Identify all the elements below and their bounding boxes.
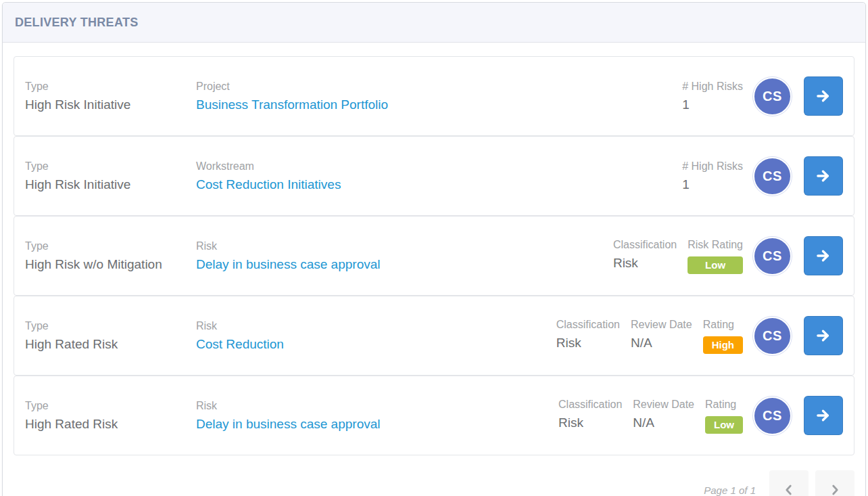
subject-link[interactable]: Cost Reduction Initiatives bbox=[196, 176, 682, 193]
metrics-group: ClassificationRiskReview DateN/ARatingLo… bbox=[558, 398, 743, 434]
type-label: Type bbox=[25, 80, 189, 93]
subject-label: Risk bbox=[196, 399, 558, 412]
metric-value: Risk bbox=[613, 254, 677, 271]
metric-column: ClassificationRisk bbox=[556, 318, 620, 351]
subject-column: Risk Cost Reduction bbox=[196, 319, 556, 353]
open-row-button[interactable] bbox=[804, 236, 843, 275]
rating-badge: Low bbox=[705, 416, 743, 434]
subject-column: Risk Delay in business case approval bbox=[196, 399, 558, 432]
arrow-right-icon bbox=[815, 327, 832, 344]
delivery-threats-panel: DELIVERY THREATS Type High Risk Initiati… bbox=[2, 2, 866, 496]
metric-column: ClassificationRisk bbox=[613, 238, 677, 271]
subject-label: Workstream bbox=[196, 160, 682, 173]
arrow-right-icon bbox=[815, 167, 832, 185]
metrics-group: # High Risks1 bbox=[682, 160, 743, 193]
type-label: Type bbox=[25, 399, 189, 412]
metric-value: Risk bbox=[556, 334, 620, 351]
metric-label: Classification bbox=[613, 238, 677, 251]
metric-column: ClassificationRisk bbox=[558, 398, 622, 431]
pagination-bar: Page 1 of 1 bbox=[14, 470, 854, 496]
subject-link[interactable]: Business Transformation Portfolio bbox=[196, 96, 682, 113]
metric-column: RatingLow bbox=[705, 398, 743, 434]
threat-row: Type High Risk Initiative Workstream Cos… bbox=[14, 136, 854, 216]
type-value: High Rated Risk bbox=[25, 415, 189, 432]
type-value: High Rated Risk bbox=[25, 336, 189, 353]
prev-page-button[interactable] bbox=[769, 470, 809, 496]
subject-column: Risk Delay in business case approval bbox=[196, 240, 613, 273]
subject-column: Workstream Cost Reduction Initiatives bbox=[196, 160, 682, 193]
metric-value: 1 bbox=[682, 96, 743, 113]
next-page-button[interactable] bbox=[815, 470, 854, 496]
metric-label: Classification bbox=[558, 398, 622, 411]
avatar-initials: CS bbox=[763, 168, 782, 184]
subject-link[interactable]: Delay in business case approval bbox=[196, 256, 613, 273]
metrics-group: ClassificationRiskRisk RatingLow bbox=[613, 238, 743, 274]
avatar[interactable]: CS bbox=[753, 77, 792, 116]
page-indicator: Page 1 of 1 bbox=[704, 484, 756, 496]
type-column: Type High Risk w/o Mitigation bbox=[25, 240, 196, 273]
open-row-button[interactable] bbox=[804, 316, 843, 355]
metric-label: Rating bbox=[705, 398, 743, 411]
metric-label: Classification bbox=[556, 318, 620, 331]
type-column: Type High Risk Initiative bbox=[25, 160, 196, 193]
metric-label: # High Risks bbox=[682, 160, 743, 173]
arrow-right-icon bbox=[815, 87, 832, 105]
metric-column: Risk RatingLow bbox=[688, 238, 743, 274]
metric-value: N/A bbox=[631, 334, 692, 351]
metrics-group: ClassificationRiskReview DateN/ARatingHi… bbox=[556, 318, 743, 354]
chevron-left-icon bbox=[781, 482, 796, 496]
metric-label: Risk Rating bbox=[688, 238, 743, 251]
threat-row: Type High Risk Initiative Project Busine… bbox=[14, 56, 854, 136]
type-value: High Risk w/o Mitigation bbox=[25, 256, 189, 273]
type-label: Type bbox=[25, 240, 189, 252]
subject-column: Project Business Transformation Portfoli… bbox=[196, 80, 682, 113]
metric-column: # High Risks1 bbox=[682, 160, 743, 193]
avatar[interactable]: CS bbox=[753, 397, 792, 435]
metric-column: Review DateN/A bbox=[633, 398, 694, 431]
metric-value: N/A bbox=[633, 414, 694, 431]
open-row-button[interactable] bbox=[804, 396, 843, 435]
avatar[interactable]: CS bbox=[753, 237, 792, 275]
metric-column: RatingHigh bbox=[703, 318, 743, 354]
threat-row: Type High Risk w/o Mitigation Risk Delay… bbox=[14, 216, 854, 296]
avatar[interactable]: CS bbox=[753, 317, 792, 355]
avatar-initials: CS bbox=[763, 328, 782, 344]
type-value: High Risk Initiative bbox=[25, 96, 189, 113]
metric-column: Review DateN/A bbox=[631, 318, 692, 351]
subject-label: Risk bbox=[196, 240, 613, 252]
type-label: Type bbox=[25, 160, 189, 173]
subject-label: Risk bbox=[196, 319, 556, 332]
threat-row: Type High Rated Risk Risk Delay in busin… bbox=[14, 376, 854, 455]
rating-badge: High bbox=[703, 336, 743, 354]
subject-link[interactable]: Delay in business case approval bbox=[196, 415, 558, 432]
panel-body: Type High Risk Initiative Project Busine… bbox=[3, 43, 865, 496]
type-column: Type High Rated Risk bbox=[25, 319, 196, 353]
avatar-initials: CS bbox=[763, 248, 782, 264]
avatar[interactable]: CS bbox=[753, 157, 792, 196]
subject-link[interactable]: Cost Reduction bbox=[196, 336, 556, 353]
avatar-initials: CS bbox=[763, 89, 782, 104]
subject-label: Project bbox=[196, 80, 682, 93]
type-column: Type High Rated Risk bbox=[25, 399, 196, 432]
metric-label: # High Risks bbox=[682, 80, 743, 93]
open-row-button[interactable] bbox=[804, 76, 843, 116]
metric-label: Rating bbox=[703, 318, 743, 331]
metric-label: Review Date bbox=[633, 398, 694, 411]
metric-column: # High Risks1 bbox=[682, 80, 743, 113]
chevron-right-icon bbox=[827, 482, 842, 496]
type-value: High Risk Initiative bbox=[25, 176, 189, 193]
metric-value: 1 bbox=[682, 176, 743, 193]
metric-label: Review Date bbox=[631, 318, 692, 331]
threat-row: Type High Rated Risk Risk Cost Reduction… bbox=[14, 296, 854, 376]
threat-list: Type High Risk Initiative Project Busine… bbox=[14, 56, 854, 455]
panel-header: DELIVERY THREATS bbox=[3, 3, 865, 43]
type-label: Type bbox=[25, 319, 189, 332]
rating-badge: Low bbox=[688, 256, 743, 274]
metrics-group: # High Risks1 bbox=[682, 80, 743, 113]
metric-value: Risk bbox=[558, 414, 622, 431]
arrow-right-icon bbox=[815, 247, 832, 265]
open-row-button[interactable] bbox=[804, 156, 843, 196]
arrow-right-icon bbox=[815, 407, 832, 424]
type-column: Type High Risk Initiative bbox=[25, 80, 196, 113]
avatar-initials: CS bbox=[763, 408, 782, 424]
